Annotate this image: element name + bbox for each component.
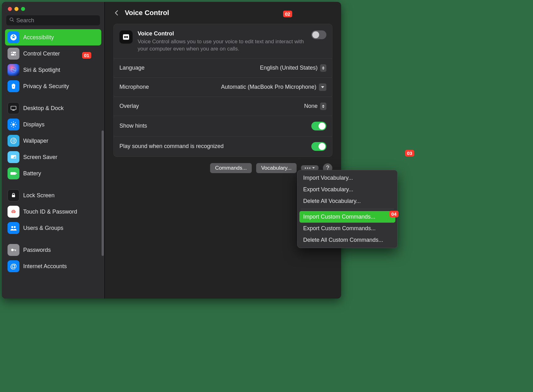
privacy-icon xyxy=(8,80,19,92)
vocabulary-button[interactable]: Vocabulary... xyxy=(256,163,297,173)
minimize-window[interactable] xyxy=(14,7,18,11)
screensaver-icon xyxy=(8,151,19,163)
svg-point-26 xyxy=(11,249,13,251)
microphone-label: Microphone xyxy=(119,84,149,90)
svg-rect-30 xyxy=(123,34,129,40)
sidebar-item-label: Siri & Spotlight xyxy=(23,66,60,74)
svg-rect-9 xyxy=(12,110,14,111)
lockscreen-icon xyxy=(8,189,19,201)
sidebar-item-users[interactable]: Users & Groups xyxy=(5,220,101,236)
step-badge-03: 03 xyxy=(405,150,414,156)
sidebar-item-privacy[interactable]: Privacy & Security xyxy=(5,78,101,94)
overlay-select[interactable]: None xyxy=(304,103,326,110)
sidebar-item-label: Accessibility xyxy=(23,34,54,41)
search-field[interactable] xyxy=(6,15,100,25)
sound-label: Play sound when command is recognized xyxy=(119,143,224,150)
svg-line-16 xyxy=(15,126,16,127)
stepper-icon xyxy=(320,64,326,72)
menu-item[interactable]: Export Custom Commands... xyxy=(299,223,395,234)
svg-rect-21 xyxy=(10,172,16,175)
sidebar-item-internet[interactable]: @Internet Accounts xyxy=(5,258,101,274)
sidebar-item-wallpaper[interactable]: Wallpaper xyxy=(5,133,101,149)
microphone-value: Automatic (MacBook Pro Microphone) xyxy=(221,84,316,90)
accessibility-icon xyxy=(8,31,19,43)
voice-control-icon xyxy=(119,30,133,44)
sidebar-item-screensaver[interactable]: Screen Saver xyxy=(5,149,101,165)
menu-item[interactable]: Import Vocabulary... xyxy=(299,172,395,184)
menu-item[interactable]: Delete All Custom Commands... xyxy=(299,234,395,246)
sidebar-scrollbar[interactable] xyxy=(102,130,104,256)
sidebar-item-label: Touch ID & Password xyxy=(23,208,77,215)
svg-point-31 xyxy=(124,36,126,38)
menu-item[interactable]: Delete All Vocabulary... xyxy=(299,195,395,207)
microphone-select[interactable]: Automatic (MacBook Pro Microphone) xyxy=(221,83,326,91)
svg-point-1 xyxy=(13,35,14,36)
sidebar-item-label: Internet Accounts xyxy=(23,263,67,270)
page-title: Voice Control xyxy=(125,9,169,17)
step-badge-02: 02 xyxy=(283,11,292,17)
overlay-value: None xyxy=(304,103,318,109)
sidebar-item-lockscreen[interactable]: Lock Screen xyxy=(5,187,101,204)
svg-point-32 xyxy=(126,36,128,38)
step-badge-04: 04 xyxy=(389,211,398,217)
svg-line-15 xyxy=(11,122,12,123)
sidebar-item-touchid[interactable]: Touch ID & Password xyxy=(5,204,101,220)
sidebar-item-label: Screen Saver xyxy=(23,154,57,161)
language-select[interactable]: English (United States) xyxy=(260,64,326,72)
sidebar-item-accessibility[interactable]: Accessibility xyxy=(5,29,101,45)
voice-control-toggle[interactable] xyxy=(311,30,326,39)
language-value: English (United States) xyxy=(260,65,318,71)
displays-icon xyxy=(8,119,19,130)
language-label: Language xyxy=(119,65,145,71)
vc-description: Voice Control allows you to use your voi… xyxy=(138,38,307,53)
users-icon xyxy=(8,222,19,234)
svg-rect-8 xyxy=(11,106,16,110)
hints-toggle[interactable] xyxy=(311,122,326,130)
svg-line-18 xyxy=(15,122,16,123)
sidebar-item-label: Users & Groups xyxy=(23,225,63,232)
ellipsis-icon xyxy=(305,167,310,169)
wallpaper-icon xyxy=(8,135,19,147)
desktop-icon xyxy=(8,102,19,114)
sidebar-item-label: Displays xyxy=(23,121,45,128)
svg-point-10 xyxy=(12,123,15,126)
sidebar-item-siri[interactable]: Siri & Spotlight xyxy=(5,62,101,78)
sound-toggle[interactable] xyxy=(311,142,326,151)
sidebar-item-label: Privacy & Security xyxy=(23,83,69,90)
svg-rect-23 xyxy=(12,195,15,197)
sidebar-item-label: Lock Screen xyxy=(23,192,55,199)
chevron-down-icon xyxy=(312,167,315,169)
commands-button[interactable]: Commands... xyxy=(210,163,252,173)
search-input[interactable] xyxy=(16,17,97,24)
vc-title: Voice Control xyxy=(138,30,311,37)
step-badge-01: 01 xyxy=(82,52,91,59)
svg-rect-28 xyxy=(15,250,16,251)
sidebar-item-desktop[interactable]: Desktop & Dock xyxy=(5,100,101,116)
more-actions-menu: Import Vocabulary...Export Vocabulary...… xyxy=(297,170,398,248)
menu-separator xyxy=(301,209,394,209)
sidebar-list: AccessibilityControl CenterSiri & Spotli… xyxy=(2,28,104,278)
search-icon xyxy=(9,17,16,24)
close-window[interactable] xyxy=(8,7,12,11)
passwords-icon xyxy=(8,244,19,256)
touchid-icon xyxy=(8,206,19,218)
svg-point-5 xyxy=(14,54,15,56)
menu-item[interactable]: Import Custom Commands... xyxy=(299,211,395,223)
internet-icon: @ xyxy=(8,260,19,272)
menu-item[interactable]: Export Vocabulary... xyxy=(299,184,395,195)
sidebar-item-passwords[interactable]: Passwords xyxy=(5,242,101,258)
back-button[interactable] xyxy=(113,10,120,16)
fullscreen-window[interactable] xyxy=(21,7,25,11)
battery-icon xyxy=(8,167,19,179)
sidebar-item-label: Battery xyxy=(23,170,41,177)
siri-icon xyxy=(8,64,19,76)
sidebar-item-battery[interactable]: Battery xyxy=(5,165,101,182)
svg-rect-7 xyxy=(13,86,14,87)
sidebar-item-displays[interactable]: Displays xyxy=(5,116,101,133)
svg-point-25 xyxy=(14,226,16,228)
voice-control-card: Voice Control Voice Control allows you t… xyxy=(113,24,332,157)
sidebar-item-label: Desktop & Dock xyxy=(23,105,64,112)
sidebar-item-label: Wallpaper xyxy=(23,137,48,145)
svg-point-24 xyxy=(11,226,13,228)
svg-text:@: @ xyxy=(10,262,17,270)
